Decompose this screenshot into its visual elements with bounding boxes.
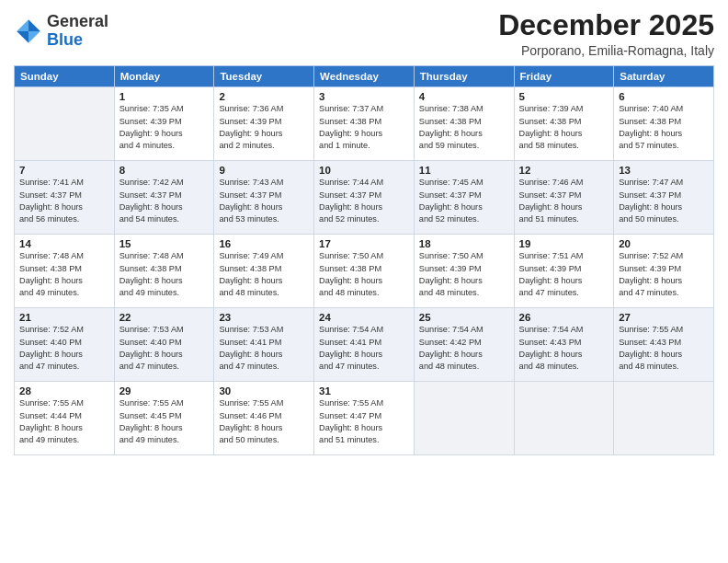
calendar-week-row: 14Sunrise: 7:48 AMSunset: 4:38 PMDayligh…: [15, 235, 714, 308]
day-number: 25: [419, 312, 509, 323]
table-row: 19Sunrise: 7:51 AMSunset: 4:39 PMDayligh…: [514, 235, 614, 308]
table-row: [15, 87, 115, 161]
day-number: 6: [619, 91, 709, 102]
table-row: [514, 382, 614, 455]
day-number: 18: [419, 238, 509, 249]
day-info: Sunrise: 7:41 AMSunset: 4:37 PMDaylight:…: [19, 177, 109, 225]
table-row: 26Sunrise: 7:54 AMSunset: 4:43 PMDayligh…: [514, 308, 614, 382]
day-info: Sunrise: 7:52 AMSunset: 4:40 PMDaylight:…: [19, 324, 109, 373]
day-info: Sunrise: 7:48 AMSunset: 4:38 PMDaylight:…: [19, 250, 109, 299]
day-info: Sunrise: 7:49 AMSunset: 4:38 PMDaylight:…: [219, 250, 309, 299]
day-info: Sunrise: 7:37 AMSunset: 4:38 PMDaylight:…: [319, 103, 409, 152]
table-row: 18Sunrise: 7:50 AMSunset: 4:39 PMDayligh…: [414, 235, 514, 308]
day-number: 26: [519, 312, 609, 323]
day-info: Sunrise: 7:50 AMSunset: 4:39 PMDaylight:…: [419, 250, 509, 299]
col-saturday: Saturday: [614, 66, 714, 87]
table-row: 12Sunrise: 7:46 AMSunset: 4:37 PMDayligh…: [514, 161, 614, 235]
day-info: Sunrise: 7:54 AMSunset: 4:41 PMDaylight:…: [319, 324, 409, 373]
day-info: Sunrise: 7:48 AMSunset: 4:38 PMDaylight:…: [119, 250, 210, 299]
calendar-week-row: 21Sunrise: 7:52 AMSunset: 4:40 PMDayligh…: [15, 308, 714, 382]
day-number: 4: [419, 91, 509, 102]
col-sunday: Sunday: [15, 66, 115, 87]
calendar-week-row: 1Sunrise: 7:35 AMSunset: 4:39 PMDaylight…: [15, 87, 714, 161]
table-row: 20Sunrise: 7:52 AMSunset: 4:39 PMDayligh…: [614, 235, 714, 308]
table-row: 17Sunrise: 7:50 AMSunset: 4:38 PMDayligh…: [314, 235, 415, 308]
day-info: Sunrise: 7:55 AMSunset: 4:47 PMDaylight:…: [319, 397, 409, 446]
calendar-week-row: 7Sunrise: 7:41 AMSunset: 4:37 PMDaylight…: [15, 161, 714, 235]
logo-text: General Blue: [47, 13, 108, 50]
table-row: 22Sunrise: 7:53 AMSunset: 4:40 PMDayligh…: [114, 308, 214, 382]
day-number: 30: [219, 385, 309, 396]
day-info: Sunrise: 7:47 AMSunset: 4:37 PMDaylight:…: [619, 177, 709, 225]
table-row: 5Sunrise: 7:39 AMSunset: 4:38 PMDaylight…: [514, 87, 614, 161]
table-row: [614, 382, 714, 455]
table-row: 3Sunrise: 7:37 AMSunset: 4:38 PMDaylight…: [314, 87, 415, 161]
day-number: 21: [19, 312, 109, 323]
day-info: Sunrise: 7:38 AMSunset: 4:38 PMDaylight:…: [419, 103, 509, 152]
day-number: 13: [619, 165, 709, 176]
day-info: Sunrise: 7:42 AMSunset: 4:37 PMDaylight:…: [119, 177, 210, 225]
day-number: 23: [219, 312, 309, 323]
day-number: 14: [19, 238, 109, 249]
day-number: 16: [219, 238, 309, 249]
day-number: 1: [119, 91, 210, 102]
svg-marker-2: [17, 19, 28, 31]
day-number: 2: [219, 91, 309, 102]
day-info: Sunrise: 7:43 AMSunset: 4:37 PMDaylight:…: [219, 177, 309, 225]
day-info: Sunrise: 7:52 AMSunset: 4:39 PMDaylight:…: [619, 250, 709, 299]
day-number: 27: [619, 312, 709, 323]
table-row: 4Sunrise: 7:38 AMSunset: 4:38 PMDaylight…: [414, 87, 514, 161]
day-info: Sunrise: 7:55 AMSunset: 4:45 PMDaylight:…: [119, 397, 210, 446]
table-row: 11Sunrise: 7:45 AMSunset: 4:37 PMDayligh…: [414, 161, 514, 235]
title-block: December 2025 Porporano, Emilia-Romagna,…: [498, 9, 714, 58]
day-number: 10: [319, 165, 409, 176]
month-title: December 2025: [498, 9, 714, 41]
col-monday: Monday: [114, 66, 214, 87]
table-row: 16Sunrise: 7:49 AMSunset: 4:38 PMDayligh…: [214, 235, 314, 308]
day-number: 12: [519, 165, 609, 176]
day-number: 9: [219, 165, 309, 176]
logo-icon: [14, 17, 43, 46]
table-row: 9Sunrise: 7:43 AMSunset: 4:37 PMDaylight…: [214, 161, 314, 235]
day-number: 7: [19, 165, 109, 176]
svg-marker-1: [28, 31, 40, 43]
calendar-week-row: 28Sunrise: 7:55 AMSunset: 4:44 PMDayligh…: [15, 382, 714, 455]
table-row: 15Sunrise: 7:48 AMSunset: 4:38 PMDayligh…: [114, 235, 214, 308]
col-tuesday: Tuesday: [214, 66, 314, 87]
col-wednesday: Wednesday: [314, 66, 415, 87]
table-row: 10Sunrise: 7:44 AMSunset: 4:37 PMDayligh…: [314, 161, 415, 235]
day-number: 15: [119, 238, 210, 249]
day-info: Sunrise: 7:53 AMSunset: 4:40 PMDaylight:…: [119, 324, 210, 373]
day-number: 8: [119, 165, 210, 176]
day-info: Sunrise: 7:46 AMSunset: 4:37 PMDaylight:…: [519, 177, 609, 225]
day-info: Sunrise: 7:53 AMSunset: 4:41 PMDaylight:…: [219, 324, 309, 373]
day-number: 24: [319, 312, 409, 323]
calendar-table: Sunday Monday Tuesday Wednesday Thursday…: [14, 65, 714, 455]
day-number: 19: [519, 238, 609, 249]
table-row: 30Sunrise: 7:55 AMSunset: 4:46 PMDayligh…: [214, 382, 314, 455]
table-row: 14Sunrise: 7:48 AMSunset: 4:38 PMDayligh…: [15, 235, 115, 308]
day-number: 5: [519, 91, 609, 102]
day-info: Sunrise: 7:54 AMSunset: 4:42 PMDaylight:…: [419, 324, 509, 373]
day-number: 31: [319, 385, 409, 396]
page-container: General Blue December 2025 Porporano, Em…: [0, 0, 728, 465]
table-row: [414, 382, 514, 455]
day-info: Sunrise: 7:45 AMSunset: 4:37 PMDaylight:…: [419, 177, 509, 225]
day-info: Sunrise: 7:55 AMSunset: 4:43 PMDaylight:…: [619, 324, 709, 373]
table-row: 13Sunrise: 7:47 AMSunset: 4:37 PMDayligh…: [614, 161, 714, 235]
table-row: 24Sunrise: 7:54 AMSunset: 4:41 PMDayligh…: [314, 308, 415, 382]
table-row: 27Sunrise: 7:55 AMSunset: 4:43 PMDayligh…: [614, 308, 714, 382]
logo-blue: Blue: [47, 30, 83, 49]
day-info: Sunrise: 7:55 AMSunset: 4:44 PMDaylight:…: [19, 397, 109, 446]
day-number: 20: [619, 238, 709, 249]
table-row: 7Sunrise: 7:41 AMSunset: 4:37 PMDaylight…: [15, 161, 115, 235]
table-row: 2Sunrise: 7:36 AMSunset: 4:39 PMDaylight…: [214, 87, 314, 161]
day-info: Sunrise: 7:55 AMSunset: 4:46 PMDaylight:…: [219, 397, 309, 446]
svg-marker-3: [17, 31, 28, 43]
day-info: Sunrise: 7:36 AMSunset: 4:39 PMDaylight:…: [219, 103, 309, 152]
table-row: 29Sunrise: 7:55 AMSunset: 4:45 PMDayligh…: [114, 382, 214, 455]
table-row: 31Sunrise: 7:55 AMSunset: 4:47 PMDayligh…: [314, 382, 415, 455]
location-subtitle: Porporano, Emilia-Romagna, Italy: [498, 43, 714, 58]
day-number: 11: [419, 165, 509, 176]
day-info: Sunrise: 7:35 AMSunset: 4:39 PMDaylight:…: [119, 103, 210, 152]
